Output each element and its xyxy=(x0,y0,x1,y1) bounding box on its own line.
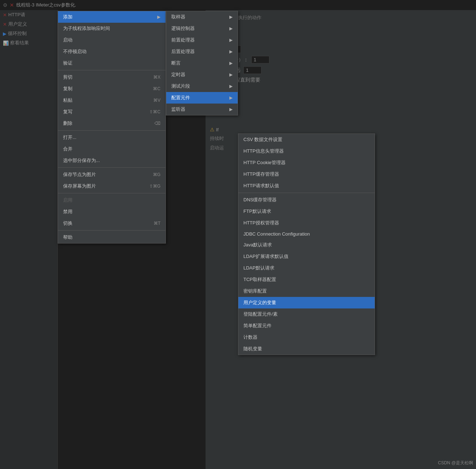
context-menu-2: 取样器 ▶ 逻辑控制器 ▶ 前置处理器 ▶ 后置处理器 ▶ 断言 ▶ 定时器 ▶… xyxy=(166,11,238,115)
menu-ldap-default[interactable]: LDAP默认请求 xyxy=(238,262,375,274)
menu-timer-arrow: ▶ xyxy=(229,72,233,77)
menu-user-defined-label: 用户定义的变量 xyxy=(243,299,276,306)
menu-ldap-label: LDAP默认请求 xyxy=(243,265,274,271)
menu-open-label: 打开... xyxy=(63,134,76,141)
menu-save-sel-label: 选中部分保存为... xyxy=(63,157,100,164)
menu-ldap-ext-label: LDAP扩展请求默认值 xyxy=(243,253,288,260)
menu-rewrite[interactable]: 复写 ⇧⌘C xyxy=(58,106,166,118)
menu-listener-label: 监听器 xyxy=(171,106,185,113)
menu-csv-label: CSV 数据文件设置 xyxy=(243,136,282,143)
menu-save-screen[interactable]: 保存屏幕为图片 ⇧⌘G xyxy=(58,180,166,192)
menu-http-default-label: HTTP请求默认值 xyxy=(243,183,279,189)
menu-help[interactable]: 帮助 xyxy=(58,232,166,243)
menu-paste-label: 粘贴 xyxy=(63,97,72,104)
menu-start-label: 启动 xyxy=(63,37,72,43)
divider-1 xyxy=(58,70,166,70)
menu-rewrite-label: 复写 xyxy=(63,109,72,115)
menu-http-auth-label: HTTP授权管理器 xyxy=(243,220,279,226)
menu-simple-config[interactable]: 简单配置元件 xyxy=(238,320,375,332)
menu-save-screen-shortcut: ⇧⌘G xyxy=(149,184,160,189)
menu-http-cache[interactable]: HTTP缓存管理器 xyxy=(238,168,375,180)
divider-4 xyxy=(58,193,166,193)
divider-3 xyxy=(58,167,166,168)
menu-add-response-label: 为子线程添加响应时间 xyxy=(63,25,110,32)
menu-jdbc[interactable]: JDBC Connection Configuration xyxy=(238,229,375,239)
menu-add[interactable]: 添加 ▶ xyxy=(58,11,166,23)
menu-csv-data[interactable]: CSV 数据文件设置 xyxy=(238,134,375,145)
menu-http-header[interactable]: HTTP信息头管理器 xyxy=(238,145,375,157)
menu-enable: 启用 xyxy=(58,194,166,206)
menu-enable-label: 启用 xyxy=(63,197,72,203)
menu-user-defined[interactable]: 用户定义的变量 xyxy=(238,297,375,308)
menu-dns-cache[interactable]: DNS缓存管理器 xyxy=(238,194,375,206)
watermark-text: CSDN @是天松啊 xyxy=(438,460,473,465)
menu-login-label: 登陆配置元件/素 xyxy=(243,311,278,317)
menu-post-label: 后置处理器 xyxy=(171,48,195,55)
menu-config-element[interactable]: 配置元件 ▶ xyxy=(166,92,238,104)
menu-post-arrow: ▶ xyxy=(229,49,233,54)
menu-fragment-arrow: ▶ xyxy=(229,84,233,89)
menu-logic-ctrl[interactable]: 逻辑控制器 ▶ xyxy=(166,23,238,34)
menu-assertion-label: 断言 xyxy=(171,60,181,66)
menu-save-sel[interactable]: 选中部分保存为... xyxy=(58,155,166,166)
config-divider-1 xyxy=(238,193,375,193)
menu-cut[interactable]: 剪切 ⌘X xyxy=(58,71,166,83)
menu-config-arrow: ▶ xyxy=(229,95,233,100)
menu-logic-arrow: ▶ xyxy=(229,26,233,31)
menu-toggle-shortcut: ⌘T xyxy=(154,221,160,226)
menu-counter[interactable]: 计数器 xyxy=(238,332,375,343)
menu-toggle-label: 切换 xyxy=(63,220,72,227)
menu-sampler[interactable]: 取样器 ▶ xyxy=(166,11,238,23)
menu-http-cookie[interactable]: HTTP Cookie管理器 xyxy=(238,157,375,168)
menu-http-auth[interactable]: HTTP授权管理器 xyxy=(238,217,375,229)
menu-config-label: 配置元件 xyxy=(171,95,190,101)
menu-delete-label: 删除 xyxy=(63,120,72,127)
menu-pre-proc[interactable]: 前置处理器 ▶ xyxy=(166,34,238,46)
menu-help-label: 帮助 xyxy=(63,234,72,241)
context-menu-3: CSV 数据文件设置 HTTP信息头管理器 HTTP Cookie管理器 HTT… xyxy=(238,133,375,355)
menu-timer-label: 定时器 xyxy=(171,71,185,78)
menu-add-response[interactable]: 为子线程添加响应时间 xyxy=(58,23,166,34)
menu-listener[interactable]: 监听器 ▶ xyxy=(166,104,238,115)
menu-disable-label: 禁用 xyxy=(63,209,72,215)
menu-simple-label: 简单配置元件 xyxy=(243,323,272,329)
menu-open[interactable]: 打开... xyxy=(58,132,166,143)
menu-http-default[interactable]: HTTP请求默认值 xyxy=(238,180,375,192)
menu-rewrite-shortcut: ⇧⌘C xyxy=(149,109,160,114)
menu-merge[interactable]: 合并 xyxy=(58,143,166,155)
menu-java-default[interactable]: Java默认请求 xyxy=(238,239,375,251)
menu-keystore[interactable]: 密钥库配置 xyxy=(238,285,375,297)
context-menu-1: 添加 ▶ 为子线程添加响应时间 启动 不停顿启动 验证 剪切 ⌘X 复制 ⌘C … xyxy=(58,11,166,244)
menu-copy[interactable]: 复制 ⌘C xyxy=(58,83,166,95)
menu-assertion[interactable]: 断言 ▶ xyxy=(166,57,238,69)
menu-ldap-ext[interactable]: LDAP扩展请求默认值 xyxy=(238,251,375,262)
menu-validate[interactable]: 验证 xyxy=(58,57,166,69)
menu-start[interactable]: 启动 xyxy=(58,34,166,46)
menu-no-stop-start[interactable]: 不停顿启动 xyxy=(58,46,166,57)
menu-login-config[interactable]: 登陆配置元件/素 xyxy=(238,308,375,320)
menu-java-label: Java默认请求 xyxy=(243,242,272,248)
menu-test-fragment[interactable]: 测试片段 ▶ xyxy=(166,80,238,92)
menu-paste[interactable]: 粘贴 ⌘V xyxy=(58,95,166,106)
menu-copy-label: 复制 xyxy=(63,86,72,92)
menu-toggle[interactable]: 切换 ⌘T xyxy=(58,218,166,229)
menu-assertion-arrow: ▶ xyxy=(229,61,233,66)
menu-http-header-label: HTTP信息头管理器 xyxy=(243,148,284,154)
menu-paste-shortcut: ⌘V xyxy=(153,98,160,103)
menu-listener-arrow: ▶ xyxy=(229,107,233,112)
menu-random-var[interactable]: 随机变量 xyxy=(238,343,375,355)
menu-timer[interactable]: 定时器 ▶ xyxy=(166,69,238,80)
menu-save-node-shortcut: ⌘G xyxy=(153,172,160,177)
menu-delete[interactable]: 删除 ⌫ xyxy=(58,118,166,129)
menu-disable[interactable]: 禁用 xyxy=(58,206,166,218)
menu-save-screen-label: 保存屏幕为图片 xyxy=(63,183,96,189)
menu-sampler-label: 取样器 xyxy=(171,14,185,20)
menu-save-node[interactable]: 保存节点为图片 ⌘G xyxy=(58,169,166,180)
menu-ftp-default[interactable]: FTP默认请求 xyxy=(238,206,375,217)
menu-post-proc[interactable]: 后置处理器 ▶ xyxy=(166,46,238,57)
watermark: CSDN @是天松啊 xyxy=(438,460,473,466)
menu-fragment-label: 测试片段 xyxy=(171,83,190,89)
menu-validate-label: 验证 xyxy=(63,60,72,66)
menu-tcp-sampler[interactable]: TCP取样器配置 xyxy=(238,274,375,285)
menu-keystore-label: 密钥库配置 xyxy=(243,288,267,294)
